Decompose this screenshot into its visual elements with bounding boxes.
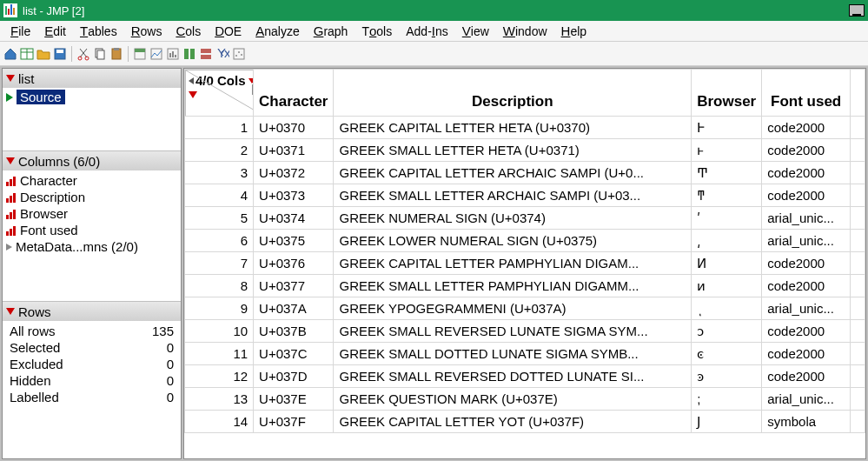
home-icon[interactable] — [3, 47, 17, 61]
cell-brow[interactable]: ͳ — [692, 184, 762, 207]
cut-icon[interactable] — [76, 47, 90, 61]
play-icon[interactable] — [6, 93, 13, 102]
col-header-font[interactable]: Font used — [762, 70, 851, 117]
cell-font[interactable]: arial_unic... — [762, 230, 851, 252]
cell-brow[interactable]: Ϳ — [692, 411, 762, 433]
cell-char[interactable]: U+0376 — [254, 252, 334, 275]
cell-extra[interactable] — [851, 388, 865, 411]
cell-char[interactable]: U+037B — [254, 320, 334, 343]
cell-extra[interactable] — [851, 297, 865, 320]
cell-rownum[interactable]: 11 — [185, 343, 254, 365]
cell-extra[interactable] — [851, 411, 865, 433]
cell-desc[interactable]: GREEK SMALL LETTER HETA (U+0371) — [334, 139, 692, 162]
column-item[interactable]: Description — [6, 189, 177, 205]
cell-char[interactable]: U+037F — [254, 411, 334, 433]
cell-font[interactable]: code2000 — [762, 365, 851, 388]
row-menu-icon[interactable] — [189, 91, 197, 113]
menu-graph[interactable]: Graph — [307, 22, 355, 40]
tool-2-icon[interactable] — [149, 47, 163, 61]
cell-brow[interactable]: ͱ — [692, 139, 762, 162]
cell-extra[interactable] — [851, 275, 865, 297]
cell-char[interactable]: U+0371 — [254, 139, 334, 162]
table-row[interactable]: 8U+0377GREEK SMALL LETTER PAMPHYLIAN DIG… — [185, 275, 865, 297]
cell-char[interactable]: U+0377 — [254, 275, 334, 297]
cell-rownum[interactable]: 5 — [185, 207, 254, 230]
cell-rownum[interactable]: 14 — [185, 411, 254, 433]
row-stat[interactable]: Hidden0 — [6, 372, 177, 389]
cell-rownum[interactable]: 9 — [185, 297, 254, 320]
menu-addins[interactable]: Add-Ins — [399, 22, 455, 40]
cell-char[interactable]: U+0372 — [254, 162, 334, 184]
cell-font[interactable]: symbola — [762, 411, 851, 433]
cell-desc[interactable]: GREEK LOWER NUMERAL SIGN (U+0375) — [334, 230, 692, 252]
disclosure-icon[interactable] — [6, 308, 15, 315]
data-table[interactable]: 4/0 Cols Character Description Browser F… — [184, 69, 865, 433]
table-row[interactable]: 2U+0371GREEK SMALL LETTER HETA (U+0371)ͱ… — [185, 139, 865, 162]
rows-panel-header[interactable]: Rows — [3, 302, 181, 321]
cell-desc[interactable]: GREEK SMALL LETTER PAMPHYLIAN DIGAMM... — [334, 275, 692, 297]
cell-rownum[interactable]: 12 — [185, 365, 254, 388]
col-header-extra[interactable] — [851, 70, 865, 117]
cell-font[interactable]: code2000 — [762, 252, 851, 275]
cell-extra[interactable] — [851, 230, 865, 252]
cell-extra[interactable] — [851, 162, 865, 184]
cell-desc[interactable]: GREEK SMALL DOTTED LUNATE SIGMA SYMB... — [334, 343, 692, 365]
menu-edit[interactable]: Edit — [37, 22, 73, 40]
cell-extra[interactable] — [851, 365, 865, 388]
cell-char[interactable]: U+0370 — [254, 117, 334, 139]
expand-icon[interactable] — [6, 244, 12, 251]
menu-tables[interactable]: Tables — [73, 22, 124, 40]
cell-desc[interactable]: GREEK YPOGEGRAMMENI (U+037A) — [334, 297, 692, 320]
cell-brow[interactable]: ʹ — [692, 207, 762, 230]
menu-view[interactable]: View — [455, 22, 496, 40]
cell-desc[interactable]: GREEK SMALL LETTER ARCHAIC SAMPI (U+03..… — [334, 184, 692, 207]
table-panel-header[interactable]: list — [3, 69, 181, 88]
col-header-browser[interactable]: Browser — [692, 70, 762, 117]
cell-font[interactable]: arial_unic... — [762, 388, 851, 411]
tool-3-icon[interactable] — [166, 47, 180, 61]
column-item[interactable]: MetaData...mns (2/0) — [6, 238, 177, 255]
table-row[interactable]: 3U+0372GREEK CAPITAL LETTER ARCHAIC SAMP… — [185, 162, 865, 184]
col-header-description[interactable]: Description — [334, 70, 692, 117]
cell-extra[interactable] — [851, 207, 865, 230]
cell-rownum[interactable]: 13 — [185, 388, 254, 411]
table-row[interactable]: 11U+037CGREEK SMALL DOTTED LUNATE SIGMA … — [185, 343, 865, 365]
cell-extra[interactable] — [851, 252, 865, 275]
cell-font[interactable]: code2000 — [762, 162, 851, 184]
cell-brow[interactable]: ; — [692, 388, 762, 411]
disclosure-icon[interactable] — [6, 75, 15, 82]
cell-rownum[interactable]: 4 — [185, 184, 254, 207]
cell-rownum[interactable]: 3 — [185, 162, 254, 184]
columns-panel-header[interactable]: Columns (6/0) — [3, 151, 181, 170]
tool-1-icon[interactable] — [133, 47, 147, 61]
table-row[interactable]: 13U+037EGREEK QUESTION MARK (U+037E);ari… — [185, 388, 865, 411]
menu-help[interactable]: Help — [554, 22, 594, 40]
cell-char[interactable]: U+037A — [254, 297, 334, 320]
cell-rownum[interactable]: 6 — [185, 230, 254, 252]
table-row[interactable]: 5U+0374GREEK NUMERAL SIGN (U+0374)ʹarial… — [185, 207, 865, 230]
cell-char[interactable]: U+037D — [254, 365, 334, 388]
tool-6-icon[interactable]: Yx — [215, 47, 229, 61]
column-item[interactable]: Browser — [6, 205, 177, 222]
cell-font[interactable]: arial_unic... — [762, 297, 851, 320]
table-row[interactable]: 12U+037DGREEK SMALL REVERSED DOTTED LUNA… — [185, 365, 865, 388]
column-item[interactable]: Character — [6, 172, 177, 189]
cell-font[interactable]: arial_unic... — [762, 207, 851, 230]
cell-desc[interactable]: GREEK CAPITAL LETTER HETA (U+0370) — [334, 117, 692, 139]
column-item[interactable]: Font used — [6, 222, 177, 238]
cell-desc[interactable]: GREEK QUESTION MARK (U+037E) — [334, 388, 692, 411]
cell-char[interactable]: U+037C — [254, 343, 334, 365]
cell-char[interactable]: U+0375 — [254, 230, 334, 252]
cell-desc[interactable]: GREEK CAPITAL LETTER YOT (U+037F) — [334, 411, 692, 433]
cell-font[interactable]: code2000 — [762, 343, 851, 365]
cell-desc[interactable]: GREEK CAPITAL LETTER PAMPHYLIAN DIGAM... — [334, 252, 692, 275]
cell-char[interactable]: U+0374 — [254, 207, 334, 230]
copy-icon[interactable] — [93, 47, 107, 61]
col-header-character[interactable]: Character — [254, 70, 334, 117]
cell-extra[interactable] — [851, 184, 865, 207]
cell-font[interactable]: code2000 — [762, 117, 851, 139]
menu-cols[interactable]: Cols — [169, 22, 208, 40]
table-row[interactable]: 9U+037AGREEK YPOGEGRAMMENI (U+037A)ͺaria… — [185, 297, 865, 320]
disclosure-icon[interactable] — [6, 157, 15, 164]
row-stat[interactable]: All rows135 — [6, 323, 177, 339]
